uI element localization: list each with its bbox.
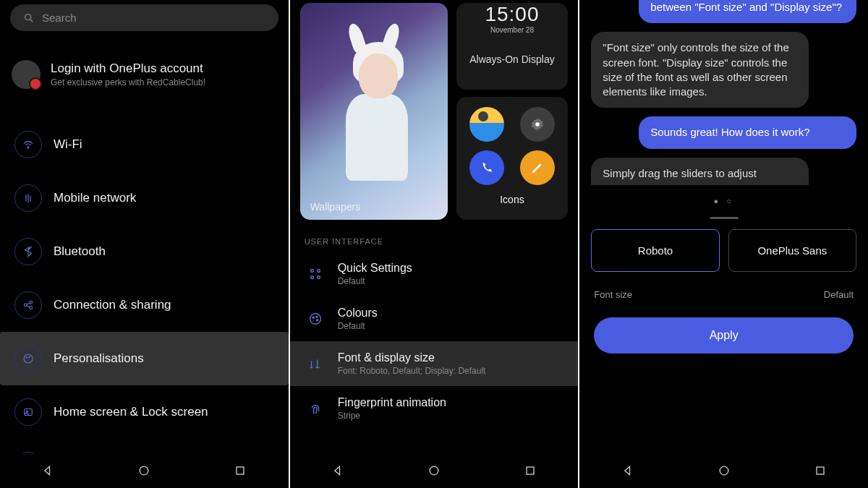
apply-button[interactable]: Apply	[594, 317, 854, 354]
chat-preview: between "Font size" and "Display size"? …	[579, 0, 868, 191]
svg-point-12	[140, 466, 148, 475]
svg-point-0	[25, 14, 31, 20]
page-indicator: ● ○	[579, 197, 868, 205]
android-nav-bar	[290, 453, 579, 488]
clock-time: 15:00	[485, 3, 539, 25]
home-icon[interactable]	[137, 463, 151, 478]
colours-icon	[305, 308, 326, 330]
recents-icon[interactable]	[813, 463, 827, 478]
aod-card[interactable]: 15:00 November 28 Always-On Display	[456, 3, 569, 90]
phone-2-personalisations: Wallpapers 15:00 November 28 Always-On D…	[290, 0, 580, 488]
share-icon	[14, 291, 42, 319]
font-size-value: Default	[824, 289, 854, 300]
aod-clock: 15:00 November 28	[456, 3, 569, 34]
settings-item-personalisations[interactable]: Personalisations	[0, 332, 289, 385]
chat-bubble-assistant: "Font size" only controls the size of th…	[591, 32, 809, 108]
search-placeholder: Search	[42, 12, 77, 24]
font-size-label: Font size	[594, 289, 632, 300]
fingerprint-icon	[305, 398, 326, 419]
wallpapers-card[interactable]: Wallpapers	[300, 3, 448, 220]
ui-item-quick-settings[interactable]: Quick SettingsDefault	[300, 252, 569, 296]
font-option-oneplus-sans[interactable]: OnePlus Sans	[728, 229, 856, 272]
android-nav-bar	[0, 453, 289, 488]
svg-point-25	[720, 466, 728, 475]
svg-rect-13	[237, 467, 244, 474]
login-row[interactable]: Login with OnePlus account Get exclusive…	[12, 60, 277, 89]
palette-icon	[14, 345, 42, 372]
login-subtitle: Get exclusive perks with RedCableClub!	[51, 77, 205, 87]
back-icon[interactable]	[621, 463, 635, 478]
settings-item-bluetooth[interactable]: Bluetooth	[10, 225, 278, 278]
svg-point-15	[310, 270, 313, 273]
gallery-app-icon	[469, 107, 504, 142]
chat-bubble-user: Sounds great! How does it work?	[639, 116, 856, 148]
phone-1-settings: Search Login with OnePlus account Get ex…	[0, 0, 290, 488]
font-option-roboto[interactable]: Roboto	[591, 229, 719, 272]
clock-date: November 28	[456, 26, 569, 34]
icons-label: Icons	[500, 194, 524, 205]
ui-section-header: USER INTERFACE	[305, 237, 564, 246]
font-size-icon	[305, 353, 326, 374]
phone-3-font-size: between "Font size" and "Display size"? …	[579, 0, 868, 488]
svg-line-1	[30, 20, 33, 22]
aod-label: Always-On Display	[465, 53, 560, 65]
svg-point-7	[26, 357, 27, 359]
home-icon[interactable]	[427, 463, 441, 478]
ui-item-fingerprint[interactable]: Fingerprint animationStripe	[300, 386, 569, 431]
recents-icon[interactable]	[233, 463, 247, 478]
settings-label: Bluetooth	[54, 244, 106, 259]
settings-item-homescreen[interactable]: Home screen & Lock screen	[10, 385, 278, 439]
login-title: Login with OnePlus account	[51, 61, 205, 76]
svg-point-19	[310, 314, 320, 325]
svg-rect-24	[527, 467, 534, 474]
wifi-icon	[14, 131, 42, 158]
svg-point-16	[317, 270, 320, 273]
settings-label: Mobile network	[54, 191, 136, 205]
chat-bubble-user: between "Font size" and "Display size"?	[639, 0, 856, 23]
recents-icon[interactable]	[523, 463, 537, 478]
ui-item-font-display[interactable]: Font & display sizeFont: Roboto, Default…	[290, 341, 579, 386]
mobile-icon	[14, 184, 42, 212]
ui-item-colours[interactable]: ColoursDefault	[300, 296, 569, 341]
svg-point-17	[310, 276, 313, 279]
chat-bubble-assistant: Simply drag the sliders to adjust	[591, 158, 809, 185]
settings-item-wifi[interactable]: Wi-Fi	[10, 118, 278, 171]
svg-point-21	[315, 316, 317, 317]
svg-point-18	[317, 276, 320, 279]
search-bar[interactable]: Search	[10, 4, 278, 31]
svg-rect-26	[817, 467, 824, 474]
phone-app-icon	[469, 150, 504, 185]
settings-label: Wi-Fi	[54, 137, 82, 152]
back-icon[interactable]	[41, 463, 55, 478]
svg-point-2	[27, 147, 29, 148]
wallpaper-character	[333, 29, 436, 202]
svg-point-22	[316, 320, 318, 321]
svg-point-23	[430, 466, 438, 475]
sheet-handle[interactable]	[710, 217, 739, 219]
back-icon[interactable]	[331, 463, 345, 478]
settings-label: Personalisations	[54, 351, 144, 366]
icons-card[interactable]: Icons	[456, 97, 569, 220]
image-icon	[14, 398, 42, 426]
home-icon[interactable]	[717, 463, 731, 478]
settings-label: Connection & sharing	[54, 298, 171, 312]
android-nav-bar	[579, 453, 868, 488]
settings-item-mobile[interactable]: Mobile network	[10, 171, 278, 225]
settings-app-icon	[520, 107, 555, 142]
svg-point-8	[29, 356, 30, 358]
avatar-icon	[12, 60, 41, 89]
svg-point-20	[312, 317, 314, 318]
settings-item-connection[interactable]: Connection & sharing	[10, 278, 278, 332]
wallpapers-label: Wallpapers	[310, 201, 361, 213]
search-icon	[23, 12, 35, 24]
svg-point-6	[24, 354, 33, 363]
three-phone-showcase: Search Login with OnePlus account Get ex…	[0, 0, 868, 488]
bluetooth-icon	[14, 238, 42, 265]
quick-settings-icon	[305, 263, 326, 285]
edit-app-icon	[520, 150, 555, 185]
settings-label: Home screen & Lock screen	[54, 405, 208, 419]
